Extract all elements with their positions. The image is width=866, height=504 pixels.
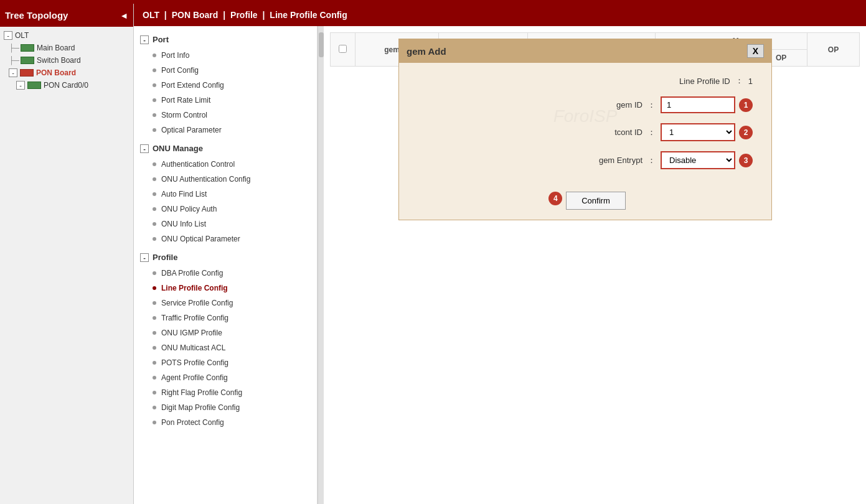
nav-dot xyxy=(153,68,156,72)
tree-line: ├─ xyxy=(9,44,19,52)
tree-item-pon-board[interactable]: - PON Board xyxy=(0,67,133,79)
nav-dot xyxy=(153,83,156,87)
nav-scrollbar[interactable] xyxy=(318,26,324,504)
gem-id-label: gem ID xyxy=(555,100,642,110)
main-board-icon xyxy=(21,44,34,52)
breadcrumb-part-3: Profile xyxy=(230,10,258,20)
form-colon-4: ： xyxy=(647,155,656,166)
nav-dot xyxy=(153,331,156,335)
nav-section-onu: - ONU Manage Authentication Control ONU … xyxy=(134,140,317,246)
step-badge-2: 2 xyxy=(739,126,753,139)
nav-dot xyxy=(153,113,156,117)
nav-item-onu-optical-param[interactable]: ONU Optical Parameter xyxy=(134,231,317,246)
nav-item-agent-profile[interactable]: Agent Profile Config xyxy=(134,370,317,385)
expand-icon-pon-card[interactable]: - xyxy=(16,81,25,90)
switch-board-icon xyxy=(21,57,34,64)
nav-dot xyxy=(153,361,156,365)
expand-onu-icon[interactable]: - xyxy=(140,144,149,153)
sidebar: Tree Topology ◄ - OLT ├─ Main Board ├─ S… xyxy=(0,4,134,504)
nav-item-port-extend-config[interactable]: Port Extend Config xyxy=(134,78,317,93)
nav-item-onu-igmp-profile[interactable]: ONU IGMP Profile xyxy=(134,325,317,340)
nav-dot xyxy=(153,222,156,226)
nav-dot xyxy=(153,376,156,380)
nav-item-onu-multicast-acl[interactable]: ONU Multicast ACL xyxy=(134,340,317,355)
tcont-id-select[interactable]: 1 2 3 4 xyxy=(661,123,735,141)
nav-item-line-profile[interactable]: Line Profile Config xyxy=(134,281,317,296)
nav-item-pots-profile[interactable]: POTS Profile Config xyxy=(134,355,317,370)
form-colon-2: ： xyxy=(647,100,656,111)
nav-item-port-rate-limit[interactable]: Port Rate Limit xyxy=(134,93,317,108)
nav-item-storm-control[interactable]: Storm Control xyxy=(134,108,317,123)
nav-item-onu-policy-auth[interactable]: ONU Policy Auth xyxy=(134,202,317,217)
tree-item-olt[interactable]: - OLT xyxy=(0,29,133,42)
nav-dot xyxy=(153,237,156,241)
nav-item-traffic-profile[interactable]: Traffic Profile Config xyxy=(134,310,317,325)
step-badge-1: 1 xyxy=(739,98,753,112)
expand-profile-icon[interactable]: - xyxy=(140,253,149,262)
breadcrumb: OLT | PON Board | Profile | Line Profile… xyxy=(134,4,866,26)
breadcrumb-part-4: Line Profile Config xyxy=(270,10,347,20)
nav-section-port-label: Port xyxy=(153,35,169,44)
sidebar-collapse-icon[interactable]: ◄ xyxy=(120,11,128,21)
nav-dot xyxy=(153,316,156,320)
tree-line: ├─ xyxy=(9,56,19,65)
pon-board-icon xyxy=(20,69,34,77)
step-badge-3: 3 xyxy=(739,154,753,167)
nav-section-port: - Port Port Info Port Config xyxy=(134,31,317,138)
nav-dot xyxy=(153,177,156,181)
tree-item-switch-board[interactable]: ├─ Switch Board xyxy=(0,54,133,67)
form-colon-3: ： xyxy=(647,127,656,138)
modal-header: gem Add X xyxy=(399,39,771,63)
nav-section-onu-label: ONU Manage xyxy=(153,144,203,153)
expand-port-icon[interactable]: - xyxy=(140,35,149,44)
form-row-tcont-id: tcont ID ： 1 2 3 4 2 xyxy=(418,123,753,141)
nav-item-optical-parameter[interactable]: Optical Parameter xyxy=(134,123,317,138)
modal-close-button[interactable]: X xyxy=(747,44,764,58)
left-nav: - Port Port Info Port Config xyxy=(134,26,318,504)
expand-icon-pon[interactable]: - xyxy=(9,68,17,77)
expand-icon-olt[interactable]: - xyxy=(4,31,12,40)
breadcrumb-part-1: OLT xyxy=(143,10,159,20)
breadcrumb-sep-1: | xyxy=(164,10,169,20)
form-row-gem-entrypt: gem Entrypt ： Disable Enable 3 xyxy=(418,151,753,169)
breadcrumb-sep-2: | xyxy=(223,10,228,20)
nav-dot xyxy=(153,192,156,196)
modal-footer: 4 Confirm xyxy=(399,192,771,220)
tcont-id-label: tcont ID xyxy=(555,128,642,137)
nav-item-onu-info-list[interactable]: ONU Info List xyxy=(134,217,317,231)
nav-item-dba-profile[interactable]: DBA Profile Config xyxy=(134,266,317,281)
line-profile-id-label: Line Profile ID xyxy=(643,77,730,86)
gem-id-input[interactable] xyxy=(661,96,735,113)
nav-section-header-profile[interactable]: - Profile xyxy=(134,249,317,266)
nav-item-port-config[interactable]: Port Config xyxy=(134,63,317,78)
confirm-button[interactable]: Confirm xyxy=(566,192,626,210)
pon-card-icon xyxy=(27,82,41,89)
sidebar-header: Tree Topology ◄ xyxy=(0,4,133,27)
nav-section-profile: - Profile DBA Profile Config Line Profil… xyxy=(134,249,317,430)
modal-title: gem Add xyxy=(407,46,446,57)
nav-section-header-onu[interactable]: - ONU Manage xyxy=(134,140,317,157)
nav-dot xyxy=(153,207,156,211)
nav-item-auth-control[interactable]: Authentication Control xyxy=(134,157,317,172)
tree-item-main-board[interactable]: ├─ Main Board xyxy=(0,42,133,54)
nav-section-header-port[interactable]: - Port xyxy=(134,31,317,48)
nav-scroll-thumb[interactable] xyxy=(319,32,324,57)
form-colon-1: ： xyxy=(735,75,743,86)
form-row-line-profile-id: Line Profile ID ： 1 xyxy=(418,75,753,86)
gem-entrypt-select[interactable]: Disable Enable xyxy=(661,151,735,169)
nav-item-onu-auth-config[interactable]: ONU Authentication Config xyxy=(134,172,317,187)
nav-item-service-profile[interactable]: Service Profile Config xyxy=(134,296,317,310)
nav-item-auto-find-list[interactable]: Auto Find List xyxy=(134,187,317,202)
nav-item-right-flag-profile[interactable]: Right Flag Profile Config xyxy=(134,385,317,400)
nav-item-digit-map-profile[interactable]: Digit Map Profile Config xyxy=(134,400,317,415)
nav-item-pon-protect-config[interactable]: Pon Protect Config xyxy=(134,415,317,430)
nav-dot xyxy=(153,301,156,305)
nav-dot xyxy=(153,54,156,57)
line-profile-id-value: 1 xyxy=(748,77,753,86)
nav-dot xyxy=(153,98,156,102)
breadcrumb-sep-3: | xyxy=(263,10,268,20)
nav-item-port-info[interactable]: Port Info xyxy=(134,48,317,63)
nav-dot xyxy=(153,391,156,394)
tree-item-pon-card[interactable]: - PON Card0/0 xyxy=(0,79,133,91)
step-badge-4: 4 xyxy=(548,192,562,205)
